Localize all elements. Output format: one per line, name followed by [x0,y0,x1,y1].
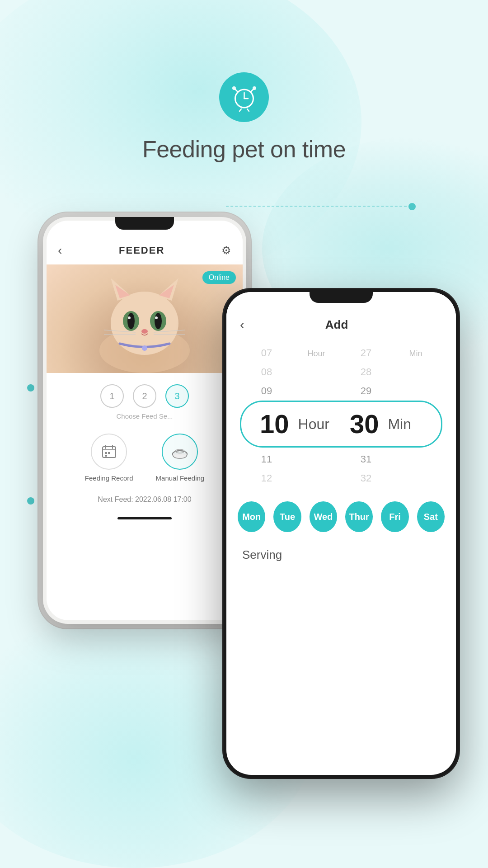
time-scroll-above2: 08 Hour 28 Min [240,363,442,382]
svg-line-8 [247,109,249,111]
time-scroll-above: 07 Hour 27 Min [240,344,442,363]
phone2-screen: ‹ Add 07 Hour 27 Min 08 Hour 28 Min [226,292,456,775]
alarm-clock-icon [230,83,259,112]
feed-steps: 1 2 3 [47,373,243,412]
deco-line-right [226,206,407,207]
manual-feeding-btn[interactable]: Manual Feeding [156,434,205,482]
selected-hour: 10 [260,411,289,437]
add-back-button[interactable]: ‹ [240,317,244,332]
step-1[interactable]: 1 [100,384,124,408]
back-button[interactable]: ‹ [58,243,62,258]
day-mon[interactable]: Mon [238,501,265,532]
settings-icon[interactable]: ⚙ [221,244,231,257]
svg-line-7 [239,109,241,111]
selected-min: 30 [350,411,379,437]
svg-line-4 [251,89,253,92]
svg-point-5 [232,86,236,90]
phone1-notch [115,217,174,230]
action-buttons: Feeding Record Manual Feeding [47,429,243,486]
svg-rect-31 [105,452,107,454]
step-3[interactable]: 3 [165,384,189,408]
online-badge: Online [202,271,236,284]
serving-section: Serving [226,541,456,569]
header-section: Feeding pet on time [0,72,488,163]
min-label: Min [388,416,411,433]
svg-point-17 [127,313,135,329]
time-picker-below: 11 Hour 31 Min 12 Hour 32 Min [226,450,456,488]
feeding-record-label: Feeding Record [85,474,133,482]
time-scroll-above3: 09 Hour 29 Min [240,382,442,401]
cat-image: Online [47,264,243,373]
time-scroll-below1: 11 Hour 31 Min [240,450,442,469]
step-2[interactable]: 2 [133,384,156,408]
tagline: Feeding pet on time [142,136,346,163]
phone2: ‹ Add 07 Hour 27 Min 08 Hour 28 Min [224,289,459,778]
day-sat[interactable]: Sat [417,501,445,532]
day-selector: Mon Tue Wed Thur Fri Sat [226,488,456,541]
svg-point-26 [142,345,147,351]
svg-point-18 [155,313,162,329]
calendar-icon [91,434,127,470]
add-title: Add [253,318,420,332]
phone1: ‹ FEEDER ⚙ [43,217,246,624]
day-thur[interactable]: Thur [345,501,373,532]
svg-point-19 [128,316,131,319]
svg-rect-32 [108,452,110,454]
deco-dot-right [408,203,416,210]
phone2-notch [310,289,373,303]
svg-point-6 [253,86,256,90]
time-scroll-below2: 12 Hour 32 Min [240,469,442,488]
day-wed[interactable]: Wed [310,501,337,532]
bowl-icon [162,434,198,470]
hour-label: Hour [298,416,329,433]
day-tue[interactable]: Tue [273,501,301,532]
cat-illustration [77,269,212,373]
choose-feed-label: Choose Feed Se... [47,412,243,420]
phones-container: ‹ FEEDER ⚙ [29,217,459,805]
phone1-screen: ‹ FEEDER ⚙ [47,221,243,620]
serving-label: Serving [242,548,282,561]
day-fri[interactable]: Fri [381,501,408,532]
time-picker: 07 Hour 27 Min 08 Hour 28 Min 09 Hour 29… [226,344,456,401]
svg-point-21 [141,329,148,334]
app-title: FEEDER [119,245,164,256]
feeding-record-btn[interactable]: Feeding Record [85,434,133,482]
time-picker-selected[interactable]: 10 Hour 30 Min [240,401,442,448]
home-indicator [117,517,172,519]
clock-icon-circle [219,72,269,122]
svg-line-3 [235,89,238,92]
manual-feeding-label: Manual Feeding [156,474,205,482]
svg-rect-33 [105,455,107,457]
next-feed-info: Next Feed: 2022.06.08 17:00 [47,486,243,513]
svg-point-20 [155,316,158,319]
